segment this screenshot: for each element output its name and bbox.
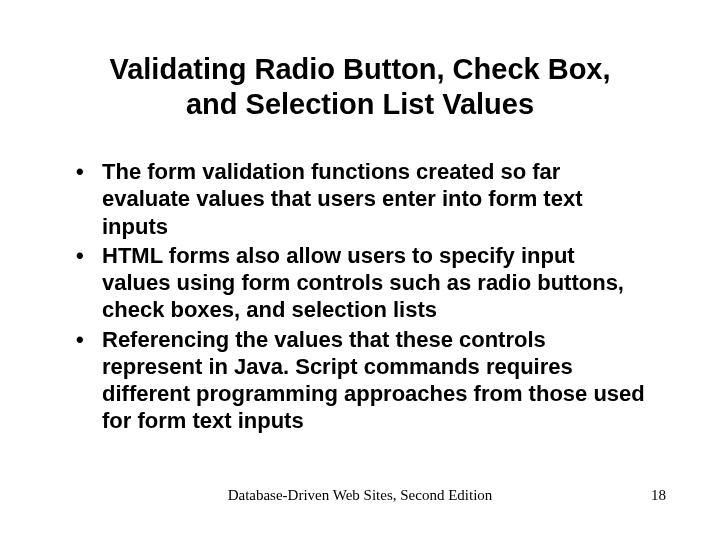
bullet-list: The form validation functions created so…	[72, 158, 648, 435]
slide: Validating Radio Button, Check Box, and …	[0, 0, 720, 540]
title-line-2: and Selection List Values	[186, 88, 534, 120]
list-item: The form validation functions created so…	[72, 158, 648, 240]
slide-body: The form validation functions created so…	[72, 158, 648, 437]
list-item: HTML forms also allow users to specify i…	[72, 242, 648, 324]
title-line-1: Validating Radio Button, Check Box,	[109, 53, 610, 85]
footer-source: Database-Driven Web Sites, Second Editio…	[0, 487, 720, 504]
page-number: 18	[651, 487, 666, 504]
list-item: Referencing the values that these contro…	[72, 326, 648, 435]
bullet-text: Referencing the values that these contro…	[102, 327, 645, 434]
slide-title: Validating Radio Button, Check Box, and …	[0, 52, 720, 122]
bullet-text: The form validation functions created so…	[102, 159, 583, 239]
bullet-text: HTML forms also allow users to specify i…	[102, 243, 624, 323]
